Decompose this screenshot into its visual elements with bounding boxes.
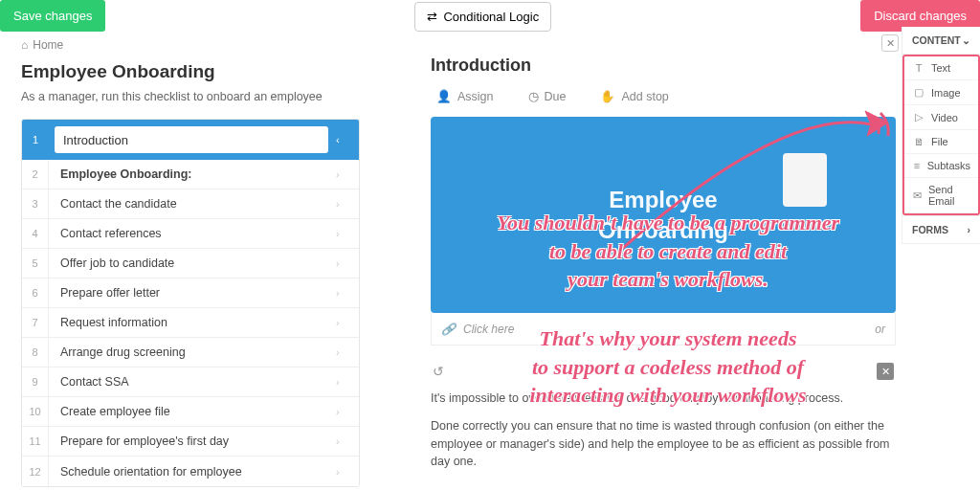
task-row-12[interactable]: 12Schedule orientation for employee› (22, 457, 359, 486)
task-number: 11 (22, 427, 49, 456)
task-number: 6 (22, 278, 49, 307)
panel-item-text[interactable]: TText (904, 56, 978, 80)
panel-item-subtasks[interactable]: ≡Subtasks (904, 154, 978, 178)
conditional-logic-label: Conditional Logic (443, 10, 539, 24)
panel-item-file[interactable]: 🗎File (904, 130, 978, 154)
task-row-10[interactable]: 10Create employee file› (22, 397, 359, 427)
link-icon: 🔗 (441, 323, 456, 336)
undo-icon[interactable]: ↺ (433, 364, 444, 379)
stop-icon: ✋ (600, 89, 615, 103)
chevron-right-icon: › (336, 257, 359, 269)
image-widget[interactable]: Employee Onboarding (431, 117, 896, 313)
task-row-4[interactable]: 4Contact references› (22, 219, 359, 249)
image-icon: ▢ (912, 86, 925, 99)
image-widget-graphic (783, 153, 827, 207)
task-label: Create employee file (49, 405, 336, 418)
close-panel-button[interactable]: ✕ (881, 34, 899, 52)
task-row-3[interactable]: 3Contact the candidate› (22, 189, 359, 219)
text-widget[interactable]: ↺ ✕ It's impossible to overstate the val… (431, 359, 896, 471)
sidebar: ⌂ Home Employee Onboarding As a manager,… (0, 36, 373, 490)
right-panel: ✕ CONTENT ⌄ TText▢Image▷Video🗎File≡Subta… (902, 27, 980, 244)
paragraph: Done correctly you can ensure that no ti… (431, 417, 896, 471)
panel-item-label: Subtasks (927, 160, 970, 171)
send-email-icon: ✉ (912, 189, 923, 202)
video-icon: ▷ (912, 111, 925, 123)
task-label: Offer job to candidate (49, 256, 336, 270)
panel-item-image[interactable]: ▢Image (904, 80, 978, 105)
user-icon: 👤 (436, 89, 452, 103)
content-title: Introduction (431, 56, 896, 76)
save-button[interactable]: Save changes (0, 0, 105, 32)
chevron-right-icon: › (336, 228, 359, 239)
paragraph: It's impossible to overstate the value o… (431, 390, 896, 408)
chevron-right-icon: › (336, 346, 359, 358)
chevron-right-icon: › (336, 406, 359, 417)
panel-section-content[interactable]: CONTENT ⌄ (902, 27, 980, 55)
panel-section-forms[interactable]: FORMS › (902, 215, 980, 244)
due-button[interactable]: ◷Due (528, 89, 567, 103)
content-area: Introduction 👤Assign ◷Due ✋Add stop Empl… (373, 36, 980, 490)
chevron-left-icon: ‹ (336, 134, 359, 145)
task-number: 2 (22, 160, 49, 189)
task-label: Contact SSA (49, 375, 336, 389)
task-title-input[interactable] (55, 126, 328, 153)
page-subtitle: As a manager, run this checklist to onbo… (21, 90, 360, 103)
task-label: Arrange drug screening (49, 345, 336, 359)
assign-button[interactable]: 👤Assign (436, 89, 494, 103)
task-row-7[interactable]: 7Request information› (22, 308, 359, 338)
task-number: 7 (22, 308, 49, 337)
task-row-6[interactable]: 6Prepare offer letter› (22, 278, 359, 308)
image-caption-placeholder: Click here (463, 323, 514, 336)
task-number: 4 (22, 219, 49, 248)
task-label: Employee Onboarding: (49, 167, 336, 181)
task-number: 10 (22, 397, 49, 426)
task-label: Prepare offer letter (49, 286, 336, 300)
shuffle-icon: ⇄ (427, 10, 437, 24)
panel-section-label: FORMS (912, 224, 948, 235)
task-number: 1 (22, 120, 49, 160)
image-widget-text: Employee Onboarding (598, 185, 728, 244)
breadcrumb[interactable]: ⌂ Home (21, 38, 360, 52)
chevron-right-icon: › (336, 317, 359, 328)
close-icon[interactable]: ✕ (877, 363, 894, 380)
task-row-9[interactable]: 9Contact SSA› (22, 368, 359, 397)
breadcrumb-home: Home (33, 38, 63, 52)
chevron-right-icon: › (336, 466, 359, 478)
task-number: 3 (22, 189, 49, 218)
conditional-logic-button[interactable]: ⇄ Conditional Logic (414, 2, 551, 32)
task-row-8[interactable]: 8Arrange drug screening› (22, 338, 359, 368)
panel-item-video[interactable]: ▷Video (904, 105, 978, 130)
task-list: 1‹2Employee Onboarding:›3Contact the can… (21, 119, 360, 487)
text-widget-body[interactable]: It's impossible to overstate the value o… (431, 390, 896, 471)
panel-item-label: Text (931, 62, 950, 74)
chevron-right-icon: › (968, 224, 971, 235)
chevron-right-icon: › (336, 168, 359, 180)
chevron-right-icon: › (336, 198, 359, 210)
page-title: Employee Onboarding (21, 61, 360, 82)
task-row-5[interactable]: 5Offer job to candidate› (22, 249, 359, 278)
task-number: 5 (22, 249, 49, 278)
panel-item-label: Video (931, 112, 958, 123)
task-row-2[interactable]: 2Employee Onboarding:› (22, 160, 359, 189)
chevron-down-icon: ⌄ (962, 34, 970, 46)
file-icon: 🗎 (912, 136, 925, 147)
panel-item-send-email[interactable]: ✉Send Email (904, 178, 978, 213)
task-label: Request information (49, 316, 336, 329)
due-label: Due (545, 90, 567, 103)
panel-section-label: CONTENT (912, 34, 961, 46)
task-label: Contact references (49, 227, 336, 240)
chevron-right-icon: › (336, 435, 359, 447)
panel-item-label: Image (931, 87, 961, 99)
home-icon: ⌂ (21, 38, 28, 52)
task-row-1[interactable]: 1‹ (22, 120, 359, 160)
subtasks-icon: ≡ (912, 160, 922, 171)
task-label: Schedule orientation for employee (49, 465, 336, 479)
task-number: 8 (22, 338, 49, 367)
add-stop-button[interactable]: ✋Add stop (600, 89, 668, 103)
panel-item-label: File (931, 136, 948, 147)
chevron-right-icon: › (336, 376, 359, 388)
task-row-11[interactable]: 11Prepare for employee's first day› (22, 427, 359, 457)
add-stop-label: Add stop (621, 90, 668, 103)
task-label: Contact the candidate (49, 197, 336, 211)
image-caption-row[interactable]: 🔗 Click here or (431, 313, 896, 345)
